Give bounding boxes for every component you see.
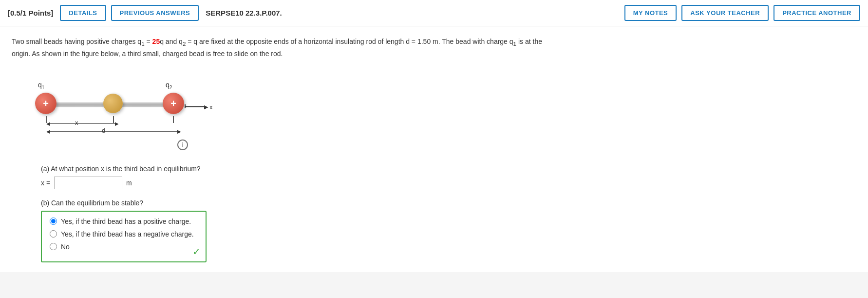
radio-label-2: Yes, if the third bead has a negative ch… <box>61 230 194 238</box>
radio-input-3[interactable] <box>50 243 57 250</box>
x-measurement-label: x <box>75 119 78 126</box>
unit-m-label: m <box>126 179 132 187</box>
bead-q2: + <box>163 93 184 114</box>
problem-id: SERPSE10 22.3.P.007. <box>206 9 282 17</box>
bead-q3 <box>103 94 123 113</box>
radio-option-1[interactable]: Yes, if the third bead has a positive ch… <box>50 218 198 225</box>
practice-another-button[interactable]: PRACTICE ANOTHER <box>774 5 860 21</box>
radio-label-3: No <box>61 243 70 251</box>
radio-label-1: Yes, if the third bead has a positive ch… <box>61 218 191 225</box>
q1-value: 25 <box>152 38 160 45</box>
x-axis-label: x <box>209 103 213 111</box>
x-equals-label: x = <box>41 179 50 187</box>
problem-text: Two small beads having positive charges … <box>12 36 547 60</box>
q2-label: q2 <box>166 81 172 90</box>
top-bar: [0.5/1 Points] DETAILS PREVIOUS ANSWERS … <box>0 0 868 26</box>
my-notes-button[interactable]: MY NOTES <box>624 5 677 21</box>
x-input[interactable] <box>54 177 122 189</box>
d-measurement: ◀ ▶ <box>46 129 181 134</box>
d-measurement-label: d <box>102 127 105 134</box>
main-content: Two small beads having positive charges … <box>0 26 868 272</box>
ask-teacher-button[interactable]: ASK YOUR TEACHER <box>681 5 769 21</box>
points-label: [0.5/1 Points] <box>8 9 53 17</box>
figure-area: q1 q2 + + ▶ x ◀ ▶ <box>26 67 231 155</box>
radio-option-2[interactable]: Yes, if the third bead has a negative ch… <box>50 230 198 238</box>
previous-answers-button[interactable]: PREVIOUS ANSWERS <box>111 5 199 21</box>
x-arrow-group: ▶ x <box>185 103 213 111</box>
q1-label: q1 <box>38 81 44 90</box>
radio-option-3[interactable]: No <box>50 243 198 251</box>
bead-q1: + <box>35 93 57 114</box>
plus-icon-q1: + <box>43 99 49 108</box>
part-b-label: (b) Can the equilibrium be stable? <box>41 199 856 207</box>
checkmark-icon: ✓ <box>192 246 201 258</box>
part-a-answer-row: x = m <box>41 177 856 189</box>
part-a-label: (a) At what position x is the third bead… <box>41 165 856 173</box>
x-measurement: ◀ ▶ <box>46 121 119 126</box>
info-icon[interactable]: i <box>177 139 188 150</box>
tick-right <box>173 116 174 123</box>
question-section: (a) At what position x is the third bead… <box>41 165 856 262</box>
radio-input-2[interactable] <box>50 230 57 238</box>
plus-icon-q2: + <box>170 99 176 108</box>
radio-input-1[interactable] <box>50 218 57 225</box>
details-button[interactable]: DETAILS <box>60 5 106 21</box>
radio-box: Yes, if the third bead has a positive ch… <box>41 211 207 262</box>
